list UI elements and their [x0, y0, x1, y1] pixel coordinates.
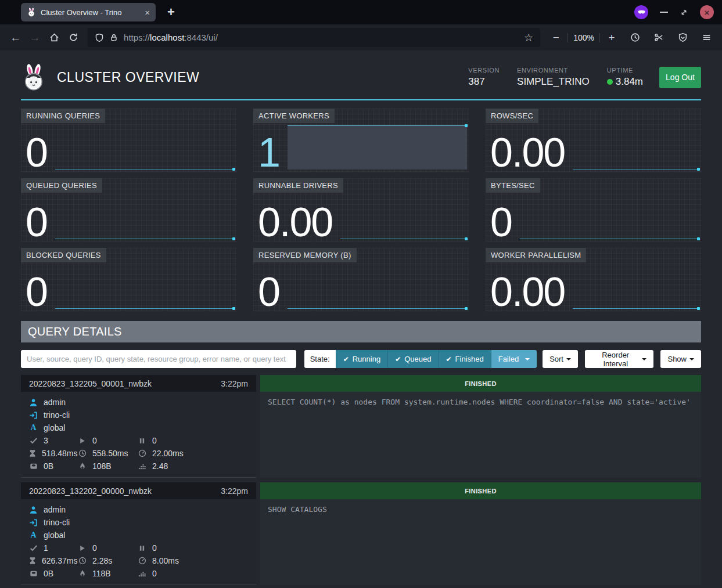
queued-splits-icon: [137, 544, 147, 552]
running-splits-icon: [77, 544, 87, 552]
browser-tab[interactable]: Cluster Overview - Trino ×: [21, 3, 156, 21]
trino-favicon: [27, 8, 36, 17]
query-sql-text: SELECT COUNT(*) as nodes FROM system.run…: [260, 392, 701, 478]
zoom-level[interactable]: 100%: [573, 33, 594, 42]
trino-logo: [21, 63, 46, 91]
query-search-input[interactable]: [21, 350, 296, 368]
sparkline: [55, 164, 235, 169]
cpu-time-gauge-icon: [137, 449, 147, 457]
completed-splits-icon: [28, 437, 38, 445]
bookmark-star-icon[interactable]: ☆: [524, 31, 533, 44]
check-icon: [395, 355, 401, 363]
zoom-in-icon[interactable]: +: [605, 28, 618, 47]
reorder-interval-dropdown[interactable]: Reorder Interval: [585, 350, 654, 368]
queued-splits: 0: [152, 543, 157, 553]
screenshot-scissors-icon[interactable]: [649, 28, 669, 47]
filter-queued-button[interactable]: Queued: [387, 350, 438, 368]
current-memory-scale-icon: [28, 462, 38, 470]
tile-worker-parallelism: WORKER PARALLELISM 0.00: [486, 248, 701, 312]
wall-time: 626.37ms: [42, 556, 77, 565]
uptime-label: UPTIME: [607, 67, 643, 74]
query-stats-panel: admin trino-cli A global 3 0 0 518.48ms …: [21, 392, 256, 478]
running-splits-icon: [77, 437, 87, 445]
environment-value: SIMPLE_TRINO: [517, 76, 590, 88]
environment-meta: ENVIRONMENT SIMPLE_TRINO: [517, 67, 590, 88]
resource-group-icon: A: [28, 423, 38, 432]
cumulative-memory-chart-icon: [137, 462, 147, 470]
tile-bytes-sec: BYTES/SEC 0: [486, 178, 701, 242]
current-memory: 0B: [44, 569, 53, 578]
user-icon: [28, 506, 38, 514]
zoom-out-icon[interactable]: −: [549, 28, 562, 47]
tracking-shield-icon[interactable]: [95, 33, 104, 42]
cumulative-memory: 2.48: [152, 461, 168, 471]
sparkline: [288, 125, 467, 169]
peak-memory-fire-icon: [77, 569, 87, 578]
tile-active-workers: ACTIVE WORKERS 1: [253, 109, 469, 172]
reload-icon[interactable]: [64, 28, 83, 47]
cumulative-memory: 0: [152, 569, 157, 578]
query-row: 20220823_132205_00001_nwbzk 3:22pm FINIS…: [21, 375, 701, 478]
shield-check-icon[interactable]: [673, 28, 692, 47]
back-icon[interactable]: ←: [6, 28, 25, 47]
query-id-link[interactable]: 20220823_132202_00000_nwbzk: [29, 486, 221, 496]
sparkline: [573, 303, 699, 309]
tab-close-icon[interactable]: ×: [145, 8, 150, 17]
sparkline: [340, 233, 467, 239]
tile-blocked-queries: BLOCKED QUERIES 0: [21, 248, 236, 312]
peak-memory: 108B: [92, 461, 112, 471]
filter-finished-button[interactable]: Finished: [439, 350, 491, 368]
elapsed-time: 558.50ms: [92, 449, 128, 458]
sparkline: [573, 164, 699, 169]
filter-running-button[interactable]: Running: [336, 350, 388, 368]
query-id-link[interactable]: 20220823_132205_00001_nwbzk: [29, 379, 221, 388]
lock-warning-icon[interactable]: [109, 33, 118, 42]
query-time: 3:22pm: [221, 379, 248, 388]
peak-memory-fire-icon: [77, 462, 87, 470]
uptime-meta: UPTIME 3.84m: [607, 67, 643, 88]
new-tab-button[interactable]: +: [167, 5, 175, 20]
wall-time-hourglass-icon: [28, 449, 37, 457]
url-bar[interactable]: https://localhost:8443/ui/ ☆: [88, 28, 540, 47]
elapsed-time-clock-icon: [77, 557, 87, 565]
logout-button[interactable]: Log Out: [659, 67, 701, 88]
window-close-button[interactable]: ×: [700, 5, 714, 19]
elapsed-time-clock-icon: [77, 449, 87, 457]
completed-splits: 3: [44, 436, 48, 445]
browser-toolbar: ← → https://localhost:8443/ui/ ☆ −: [0, 24, 722, 50]
window-minimize-button[interactable]: [660, 12, 668, 13]
window-restore-button[interactable]: [680, 8, 688, 17]
query-stats-panel: admin trino-cli A global 1 0 0 626.37ms …: [21, 499, 256, 585]
query-source: trino-cli: [44, 410, 70, 420]
page-title: CLUSTER OVERVIEW: [57, 70, 468, 85]
cpu-time: 8.00ms: [152, 556, 179, 565]
queued-splits: 0: [152, 436, 157, 445]
elapsed-time: 2.28s: [92, 556, 112, 565]
check-icon: [446, 355, 452, 363]
query-state-badge: FINISHED: [260, 482, 701, 499]
version-label: VERSION: [468, 67, 500, 74]
home-icon[interactable]: [45, 28, 64, 47]
cumulative-memory-chart-icon: [137, 569, 147, 578]
show-dropdown[interactable]: Show: [660, 350, 701, 368]
menu-hamburger-icon[interactable]: [696, 28, 716, 47]
state-filter-group: State: Running Queued Finished Failed: [304, 350, 537, 368]
forward-icon[interactable]: →: [25, 28, 44, 47]
tile-running-queries: RUNNING QUERIES 0: [21, 109, 236, 172]
url-text[interactable]: https://localhost:8443/ui/: [124, 33, 218, 42]
stat-tiles: RUNNING QUERIES 0 ACTIVE WORKERS 1 ROWS/…: [21, 109, 701, 312]
tab-title: Cluster Overview - Trino: [41, 8, 140, 17]
state-filter-label: State:: [304, 350, 336, 368]
sort-dropdown[interactable]: Sort: [543, 350, 578, 368]
running-splits: 0: [92, 436, 97, 445]
sparkline: [520, 233, 699, 239]
tile-runnable-drivers: RUNNABLE DRIVERS 0.00: [253, 178, 469, 242]
uptime-status-dot: [607, 79, 613, 85]
sparkline: [55, 303, 235, 309]
filter-failed-dropdown[interactable]: Failed: [491, 350, 537, 368]
query-time: 3:22pm: [221, 486, 248, 496]
sparkline: [55, 233, 235, 239]
history-clock-icon[interactable]: [625, 28, 645, 47]
check-icon: [343, 355, 349, 363]
private-browsing-icon: [634, 5, 648, 19]
